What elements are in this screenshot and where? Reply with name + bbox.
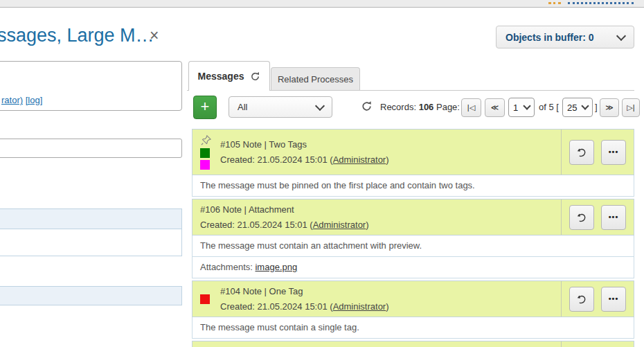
message-item: #104 Note | One Tag Created: 21.05.2024 … [192, 281, 634, 339]
more-dots-icon: ••• [609, 148, 619, 156]
message-body: The message must be pinned on the first … [192, 175, 634, 197]
reply-button[interactable] [569, 205, 594, 230]
objects-in-buffer-button[interactable]: Objects in buffer: 0 [496, 26, 634, 48]
reply-button[interactable] [569, 140, 594, 165]
page-number-select[interactable]: 1 [508, 98, 535, 117]
left-section-box [0, 208, 182, 256]
message-actions: ••• [561, 199, 634, 235]
refresh-list-icon[interactable] [361, 100, 373, 112]
tag-red [200, 294, 210, 304]
page-size-select[interactable]: 25 [562, 98, 593, 117]
message-created: Created: 21.05.2024 15:01 (Administrator… [220, 301, 389, 312]
attachments-label: Attachments: [200, 262, 255, 272]
tab-messages-label: Messages [198, 71, 244, 82]
message-header-main: #103 Note | Long text line break [193, 341, 561, 347]
created-suffix: ) [386, 154, 388, 165]
prev-page-button[interactable]: ≪ [485, 98, 505, 117]
records-count: 106 [419, 102, 434, 112]
log-link[interactable]: [log] [26, 95, 43, 105]
left-section-header[interactable] [0, 209, 181, 229]
message-header-text: #104 Note | One Tag Created: 21.05.2024 … [220, 286, 389, 312]
more-button[interactable]: ••• [601, 140, 626, 165]
refresh-icon[interactable] [250, 71, 260, 82]
message-header[interactable]: #103 Note | Long text line break ••• [192, 341, 634, 347]
records-counter: Records: 106 Page: [380, 102, 460, 112]
author-link[interactable]: Administrator [313, 220, 366, 230]
message-item: #103 Note | Long text line break ••• [192, 341, 634, 347]
page-size-value: 25 [567, 103, 577, 113]
message-header[interactable]: #106 Note | Attachment Created: 21.05.20… [192, 199, 634, 235]
page-of-label: of 5 [ [539, 102, 559, 112]
records-label: Records: [380, 102, 416, 112]
author-link[interactable]: Administrator [333, 301, 386, 312]
left-info-box: rator) [log] [0, 61, 182, 111]
browser-top-strip [0, 0, 644, 8]
message-title: #106 Note | Attachment [200, 204, 369, 215]
chevron-down-icon [616, 30, 626, 40]
message-markers [200, 134, 215, 170]
reply-button[interactable] [569, 287, 594, 312]
message-filter-value: All [238, 102, 247, 112]
message-actions: ••• [561, 130, 634, 175]
close-icon[interactable]: × [150, 28, 159, 44]
first-page-button[interactable]: |◁ [461, 98, 481, 117]
more-dots-icon: ••• [609, 213, 619, 221]
left-section-header-2[interactable] [0, 286, 182, 305]
message-header-text: #105 Note | Two Tags Created: 21.05.2024… [220, 134, 389, 170]
orange-dotted-decor [548, 2, 561, 4]
message-list: #105 Note | Two Tags Created: 21.05.2024… [192, 129, 634, 347]
attachment-link[interactable]: image.png [255, 262, 297, 272]
message-filter-select[interactable]: All [229, 96, 332, 118]
message-actions: ••• [561, 281, 634, 317]
chevron-down-icon [581, 102, 589, 109]
created-prefix: Created: 21.05.2024 15:01 ( [220, 301, 333, 312]
message-created: Created: 21.05.2024 15:01 (Administrator… [200, 220, 369, 230]
left-input-box[interactable] [0, 139, 182, 158]
chevron-down-icon [315, 100, 325, 110]
message-markers [200, 286, 215, 312]
tab-messages[interactable]: Messages [188, 61, 270, 91]
message-title: #105 Note | Two Tags [220, 139, 389, 150]
add-message-button[interactable]: + [193, 96, 217, 119]
created-suffix: ) [366, 220, 368, 230]
tag-green [200, 148, 210, 158]
last-page-button[interactable]: ▷| [622, 98, 640, 117]
created-suffix: ) [386, 301, 388, 312]
message-actions: ••• [561, 341, 634, 347]
chevron-down-icon [523, 102, 530, 109]
message-header[interactable]: #104 Note | One Tag Created: 21.05.2024 … [192, 281, 634, 317]
message-item: #105 Note | Two Tags Created: 21.05.2024… [192, 129, 634, 197]
message-title: #104 Note | One Tag [220, 286, 389, 296]
message-header-text: #106 Note | Attachment Created: 21.05.20… [200, 204, 369, 230]
tab-related-processes-label: Related Processes [278, 74, 353, 84]
page-number-value: 1 [513, 103, 518, 113]
message-header-main: #106 Note | Attachment Created: 21.05.20… [193, 199, 561, 235]
page-title: ssages, Large M… [0, 25, 154, 46]
message-body: The message must contain a single tag. [192, 317, 634, 339]
message-body: The message must contain an attachment w… [192, 235, 634, 257]
created-prefix: Created: 21.05.2024 15:01 ( [220, 154, 333, 165]
created-prefix: Created: 21.05.2024 15:01 ( [200, 220, 313, 230]
message-header[interactable]: #105 Note | Two Tags Created: 21.05.2024… [192, 129, 634, 175]
more-button[interactable]: ••• [601, 287, 626, 312]
pin-icon [200, 134, 215, 146]
more-button[interactable]: ••• [601, 205, 626, 230]
message-item: #106 Note | Attachment Created: 21.05.20… [192, 199, 634, 278]
app-window: ssages, Large M… × Objects in buffer: 0 … [0, 0, 644, 347]
page-label: Page: [436, 102, 460, 112]
tab-related-processes[interactable]: Related Processes [271, 67, 360, 90]
message-header-main: #105 Note | Two Tags Created: 21.05.2024… [193, 130, 561, 175]
blue-dotted-decor [568, 2, 634, 4]
message-header-main: #104 Note | One Tag Created: 21.05.2024 … [193, 281, 561, 317]
left-box-links: rator) [log] [1, 95, 42, 105]
tag-magenta [200, 160, 210, 170]
bracket-close-label: ] [595, 102, 598, 112]
administrator-link[interactable]: rator) [1, 95, 23, 105]
objects-in-buffer-label: Objects in buffer: 0 [506, 32, 594, 43]
message-created: Created: 21.05.2024 15:01 (Administrator… [220, 154, 389, 165]
author-link[interactable]: Administrator [333, 154, 386, 165]
next-page-button[interactable]: ≫ [600, 98, 619, 117]
more-dots-icon: ••• [609, 295, 619, 303]
message-attachments: Attachments: image.png [192, 257, 634, 278]
